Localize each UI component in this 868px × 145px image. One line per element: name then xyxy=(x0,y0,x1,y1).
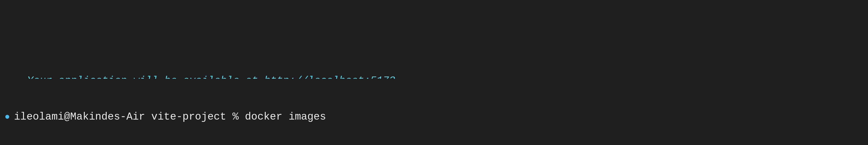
prompt-bullet-icon: ● xyxy=(4,111,10,123)
prompt-command: docker images xyxy=(245,111,326,123)
prompt-line: ● ileolami@Makindes-Air vite-project % d… xyxy=(4,110,864,124)
prompt-text: ileolami@Makindes-Air vite-project % doc… xyxy=(14,110,326,124)
partial-output-line: Your application will be available at ht… xyxy=(4,74,864,79)
prompt-separator: % xyxy=(232,111,239,123)
terminal-window[interactable]: Your application will be available at ht… xyxy=(0,54,868,145)
prompt-user-host: ileolami@Makindes-Air xyxy=(14,111,145,123)
prompt-directory: vite-project xyxy=(151,111,226,123)
